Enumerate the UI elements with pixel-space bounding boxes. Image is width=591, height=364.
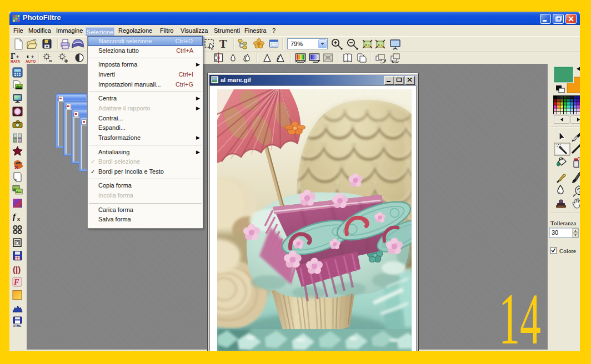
svg-text:HTML: HTML bbox=[13, 324, 22, 327]
svg-text:30: 30 bbox=[552, 229, 558, 236]
svg-text:±: ± bbox=[31, 54, 34, 59]
svg-text:T: T bbox=[219, 38, 227, 50]
svg-text:f: f bbox=[13, 212, 17, 221]
svg-text:F: F bbox=[13, 278, 19, 286]
svg-text:Tolleranza: Tolleranza bbox=[550, 220, 576, 226]
svg-text:±: ± bbox=[16, 54, 19, 59]
svg-text:x: x bbox=[17, 216, 20, 222]
svg-text:RATA: RATA bbox=[11, 59, 20, 63]
svg-text:Colore: Colore bbox=[559, 247, 576, 254]
svg-text:AUTO: AUTO bbox=[26, 59, 36, 63]
svg-text:(|): (|) bbox=[13, 265, 21, 274]
